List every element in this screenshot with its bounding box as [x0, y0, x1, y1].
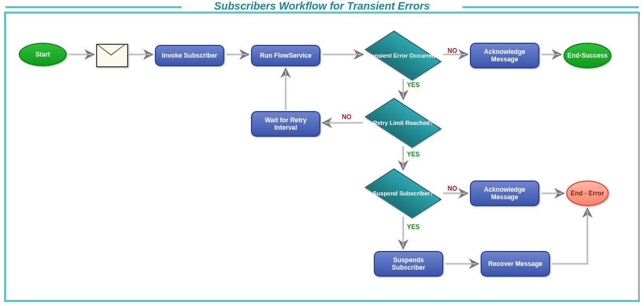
retry-limit-decision: Retry Limit Reached?	[363, 99, 443, 146]
label-yes-d3: YES	[407, 223, 420, 231]
suspends-subscriber-node: Suspends Subscriber	[374, 251, 443, 277]
start-node: Start	[19, 43, 67, 66]
title-rule-right	[462, 6, 639, 8]
end-error-node: End - Error	[566, 181, 609, 206]
end-success-node: End-Success	[563, 43, 611, 68]
recover-message-node: Recover Message	[481, 251, 550, 277]
label-yes-d1: YES	[407, 81, 420, 89]
suspend-subscriber-decision: Suspend Subscriber?	[363, 170, 443, 217]
label-no-d2: NO	[342, 113, 351, 121]
ack-message-1-node: Acknowledge Message	[470, 43, 539, 68]
label-no-d1: NO	[447, 47, 457, 54]
envelope-icon	[96, 44, 128, 67]
ack-message-2-node: Acknowledge Message	[470, 181, 539, 206]
wait-retry-node: Wait for Retry Interval	[251, 111, 320, 137]
label-yes-d2: YES	[407, 151, 420, 158]
transient-error-decision: Transient Error Occurred ?	[363, 32, 443, 79]
run-flowservice-node: Run FlowService	[251, 45, 320, 66]
workflow-diagram: Subscribers Workflow for Transient Error…	[0, 0, 644, 306]
invoke-subscriber-node: Invoke Subscriber	[155, 45, 224, 66]
label-no-d3: NO	[447, 185, 457, 192]
